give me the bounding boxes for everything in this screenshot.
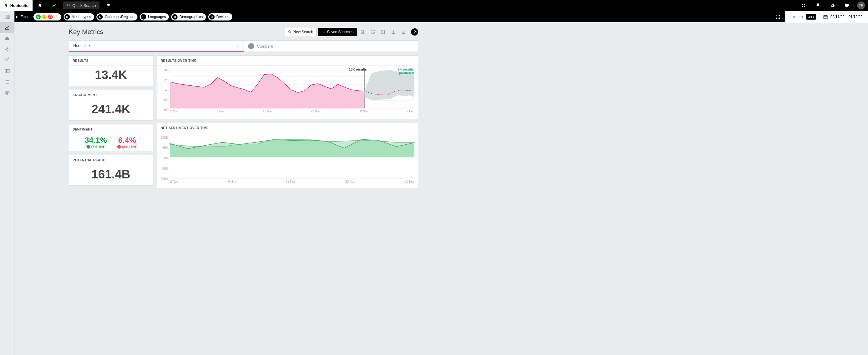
help-button[interactable]: ?: [411, 28, 418, 36]
chart-svg: [170, 136, 414, 179]
download-button[interactable]: [389, 28, 398, 36]
line-chart-icon: [52, 3, 57, 8]
card-engagement: ENGAGEMENT 241.4K: [69, 90, 153, 121]
sentiment-positive-chip[interactable]: ☺: [36, 14, 41, 19]
rail-item-visibility[interactable]: [0, 87, 14, 98]
date-range-picker[interactable]: 02/11/22 – 01/12/22: [823, 14, 863, 19]
apps-button[interactable]: [796, 0, 811, 11]
rail-item-demographics[interactable]: [0, 55, 14, 66]
trend-icon: [4, 25, 10, 30]
sentiment-positive-label: POSITIVE: [85, 145, 107, 149]
saved-searches-button[interactable]: Saved Searches: [318, 28, 357, 36]
search-icon: [288, 30, 292, 34]
compare-term-menu[interactable]: ⋮: [236, 43, 239, 48]
bell-icon: [815, 3, 820, 8]
chart-annot-predicted: 2K results predicted: [398, 67, 414, 75]
svg-rect-6: [5, 15, 6, 19]
line-chart-icon: [401, 30, 406, 34]
lightbulb-icon: [106, 3, 111, 7]
filter-chip-devices[interactable]: 0Devices: [208, 13, 232, 21]
card-header: RESULTS OVER TIME: [157, 56, 418, 66]
chat-icon: [844, 3, 849, 8]
range-7d[interactable]: 7D: [798, 14, 806, 20]
owl-icon: [4, 3, 8, 7]
card-header: RESULTS: [69, 56, 153, 66]
svg-rect-3: [802, 6, 803, 7]
save-button[interactable]: [378, 28, 388, 36]
columns-icon: [4, 14, 10, 20]
compare-term: Hootsuite: [73, 43, 90, 48]
svg-point-9: [6, 49, 8, 50]
filter-chip-countries[interactable]: 0Countries/Regions: [96, 13, 137, 21]
card-results-over-time: RESULTS OVER TIME 900720540360180 13K re…: [157, 56, 418, 119]
list-icon: [4, 79, 10, 85]
sentiment-negative-value: 6.4%: [117, 136, 137, 145]
svg-rect-13: [362, 31, 364, 33]
new-search-button[interactable]: New Search: [285, 28, 316, 36]
notifications-button[interactable]: [811, 0, 825, 11]
filter-chip-media-types[interactable]: 0Media types: [64, 13, 94, 21]
card-results: RESULTS 13.4K: [69, 56, 153, 86]
sentiment-alert-chip[interactable]: !: [54, 14, 59, 19]
chart-annot-actual: 13K results: [349, 67, 367, 71]
home-button[interactable]: [33, 0, 47, 11]
sentiment-neutral-chip[interactable]: 😐: [42, 14, 47, 19]
card-sentiment: SENTIMENT 34.1% POSITIVE 6.4% NEGATIVE: [69, 124, 153, 151]
compare-term-cell[interactable]: Hootsuite ⋮: [69, 41, 244, 52]
svg-rect-7: [7, 15, 7, 19]
svg-point-11: [6, 92, 8, 94]
filter-bar: Filters ☺ 😐 ☹ ! 0Media types 0Countries/…: [0, 11, 868, 22]
date-controls: 1D 7D 30D 02/11/22 – 01/12/22: [785, 11, 868, 23]
download-icon: [391, 30, 396, 34]
brand-logo[interactable]: Hootsuite: [0, 0, 33, 11]
card-net-sentiment: NET SENTIMENT OVER TIME 100%50%0%-50%-10…: [157, 123, 418, 188]
card-header: SENTIMENT: [69, 125, 153, 134]
copy-button[interactable]: [358, 28, 367, 36]
rail-item-target[interactable]: [0, 44, 14, 55]
y-axis-ticks: 100%50%0%-50%-100%: [159, 136, 168, 181]
quick-search-button[interactable]: Quick Search: [63, 1, 99, 9]
sentiment-chips[interactable]: ☺ 😐 ☹ !: [33, 13, 61, 21]
y-axis-ticks: 900720540360180: [159, 69, 168, 111]
sentiment-negative-label: NEGATIVE: [117, 145, 137, 149]
refresh-icon: [370, 30, 375, 34]
svg-rect-4: [804, 6, 805, 7]
user-avatar[interactable]: TR: [857, 1, 865, 9]
svg-point-10: [5, 59, 8, 61]
chart-button[interactable]: [399, 28, 408, 36]
card-header: ENGAGEMENT: [69, 90, 153, 100]
rail-item-cloud[interactable]: [0, 33, 14, 44]
settings-button[interactable]: [825, 0, 840, 11]
filters-label[interactable]: Filters: [14, 15, 30, 19]
ideas-button[interactable]: [101, 0, 116, 11]
gear-icon: [830, 3, 835, 8]
range-30d[interactable]: 30D: [806, 14, 816, 20]
quick-search-label: Quick Search: [72, 3, 96, 8]
rail-item-list[interactable]: [0, 76, 14, 87]
chart-net-sentiment: 100%50%0%-50%-100% 2 Nov9 Nov16 Nov23 No: [157, 133, 418, 188]
compare-add-cell[interactable]: + Compare: [244, 41, 418, 52]
grid-icon: [801, 3, 806, 7]
rail-item-geo[interactable]: [0, 66, 14, 76]
fullscreen-button[interactable]: [771, 11, 785, 22]
rail-item-streams[interactable]: [0, 11, 14, 22]
chat-button[interactable]: [840, 0, 854, 11]
metric-reach-value: 161.4B: [69, 165, 153, 185]
svg-rect-1: [802, 4, 803, 5]
compare-row: Hootsuite ⋮ + Compare: [69, 40, 418, 52]
rail-item-analytics[interactable]: [0, 22, 14, 33]
filter-chip-demographics[interactable]: 0Demographics: [171, 13, 206, 21]
search-icon: [67, 4, 70, 7]
refresh-button[interactable]: [368, 28, 377, 36]
filter-chip-languages[interactable]: 0Languages: [140, 13, 169, 21]
brand-name: Hootsuite: [10, 3, 28, 8]
sentiment-negative-chip[interactable]: ☹: [48, 14, 53, 19]
list-icon: [321, 30, 325, 34]
topbar: Hootsuite Quick Search TR: [0, 0, 868, 11]
range-1d[interactable]: 1D: [790, 14, 798, 20]
svg-rect-5: [824, 15, 827, 19]
plus-icon: +: [248, 43, 254, 49]
analytics-nav-button[interactable]: [47, 0, 61, 11]
filter-icon: [14, 15, 19, 19]
page-title: Key Metrics: [69, 28, 103, 36]
